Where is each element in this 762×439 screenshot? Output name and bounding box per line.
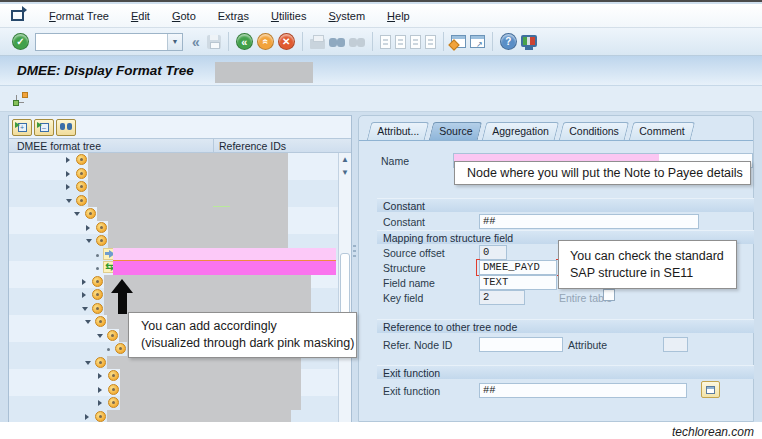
structure-field[interactable]: DMEE_PAYD [479, 260, 557, 275]
create-shortcut-icon[interactable] [470, 35, 485, 48]
expander-icon[interactable] [97, 334, 103, 338]
find-next-icon[interactable] [349, 36, 365, 48]
page-down-icon[interactable] [410, 35, 421, 49]
menu-item-edit[interactable]: Edit [120, 7, 161, 25]
scroll-up-icon[interactable]: ▲ [339, 153, 351, 166]
exit-function-field[interactable]: ## [479, 383, 687, 398]
expander-icon[interactable] [66, 171, 70, 177]
collapse-chevrons-icon[interactable]: « [192, 34, 200, 50]
tree-row[interactable] [9, 194, 339, 208]
tree-row[interactable] [9, 248, 339, 262]
tab-attributes[interactable]: Attribut... [367, 122, 430, 140]
cancel-icon[interactable]: ✕ [278, 33, 295, 50]
exit-icon[interactable]: « [257, 33, 274, 50]
expander-icon[interactable] [86, 239, 92, 243]
tab-conditions[interactable]: Conditions [559, 122, 629, 140]
expander-icon[interactable] [86, 225, 90, 231]
expander-icon[interactable] [85, 414, 89, 420]
node-icon[interactable] [92, 289, 103, 300]
tab-aggregation[interactable]: Aggregation [482, 122, 559, 140]
page-up-icon[interactable] [395, 35, 406, 49]
node-icon[interactable] [108, 370, 119, 381]
refer-node-id-field[interactable] [479, 337, 563, 352]
help-icon[interactable]: ? [500, 33, 517, 50]
save-icon[interactable] [207, 35, 221, 49]
find-icon[interactable] [56, 119, 76, 136]
expander-icon[interactable] [66, 184, 70, 190]
tree-row[interactable] [9, 153, 339, 167]
node-icon[interactable] [76, 195, 87, 206]
tree-row[interactable] [9, 234, 339, 248]
field-name-field[interactable]: TEXT [479, 275, 557, 290]
node-icon[interactable] [107, 330, 118, 341]
node-icon[interactable] [96, 235, 107, 246]
node-icon[interactable] [85, 208, 96, 219]
attribute-field[interactable] [663, 337, 688, 352]
node-icon[interactable] [92, 276, 103, 287]
tree-row[interactable] [9, 288, 339, 302]
first-page-icon[interactable] [380, 35, 391, 49]
command-input[interactable] [36, 35, 167, 49]
tree-row[interactable] [9, 221, 339, 235]
node-icon[interactable] [96, 222, 107, 233]
node-icon[interactable] [95, 411, 106, 422]
tree-row[interactable] [9, 369, 339, 383]
tree-row[interactable] [9, 180, 339, 194]
panel-splitter[interactable] [353, 245, 356, 259]
tree-row[interactable] [9, 396, 339, 410]
node-icon[interactable] [95, 316, 106, 327]
node-icon[interactable] [108, 397, 119, 408]
menu-item-utilities[interactable]: Utilities [260, 7, 317, 25]
expander-icon[interactable] [66, 199, 72, 203]
tab-source[interactable]: Source [429, 122, 483, 140]
back-icon[interactable]: « [236, 33, 253, 50]
expander-icon[interactable] [82, 279, 86, 285]
tree-row[interactable] [9, 383, 339, 397]
find-icon[interactable] [329, 36, 345, 48]
positions-icon[interactable] [13, 92, 28, 106]
entire-table-checkbox[interactable] [603, 289, 615, 301]
tree-scrollbar[interactable]: ▲ ▼ [338, 153, 351, 422]
tree-row[interactable] [9, 410, 339, 423]
system-menu-icon[interactable] [11, 10, 24, 21]
print-icon[interactable] [310, 35, 325, 49]
node-icon[interactable] [76, 181, 87, 192]
key-field-field[interactable]: 2 [479, 290, 525, 305]
node-icon[interactable] [76, 168, 87, 179]
expand-subtree-icon[interactable]: + [12, 119, 32, 136]
exit-function-editor-icon[interactable] [701, 381, 720, 398]
expander-icon[interactable] [85, 320, 91, 324]
menu-item-format-tree[interactable]: Format Tree [38, 7, 120, 25]
tree-row[interactable] [9, 275, 339, 289]
expander-icon[interactable] [98, 373, 102, 379]
expander-icon[interactable] [74, 212, 80, 216]
collapse-subtree-icon[interactable]: – [34, 119, 54, 136]
node-icon[interactable] [76, 154, 87, 165]
expander-icon[interactable] [66, 157, 70, 163]
expander-icon[interactable] [82, 307, 88, 311]
tab-comment[interactable]: Comment [628, 122, 694, 140]
enter-check-icon[interactable]: ✓ [12, 33, 29, 50]
source-offset-field[interactable]: 0 [479, 245, 507, 260]
menu-item-help[interactable]: Help [376, 7, 421, 25]
command-field[interactable]: ▼ [35, 33, 183, 51]
menu-item-goto[interactable]: Goto [161, 7, 207, 25]
constant-field[interactable]: ## [479, 214, 699, 229]
node-icon[interactable] [115, 343, 126, 354]
expander-icon[interactable] [98, 387, 102, 393]
gui-settings-icon[interactable] [521, 37, 537, 47]
last-page-icon[interactable] [425, 35, 436, 49]
menu-item-extras[interactable]: Extras [207, 7, 260, 25]
command-dropdown-icon[interactable]: ▼ [167, 34, 182, 50]
tree-row[interactable]: ⇆ [9, 261, 339, 275]
scroll-down-icon[interactable]: ▼ [339, 166, 351, 179]
tree-row[interactable] [9, 167, 339, 181]
expander-icon[interactable] [98, 400, 102, 406]
node-icon[interactable] [92, 303, 103, 314]
menu-item-system[interactable]: System [317, 7, 376, 25]
tree-row[interactable] [9, 207, 339, 221]
expander-icon[interactable] [82, 292, 86, 298]
new-session-icon[interactable] [451, 35, 466, 48]
node-icon[interactable] [95, 357, 106, 368]
expander-icon[interactable] [85, 361, 91, 365]
